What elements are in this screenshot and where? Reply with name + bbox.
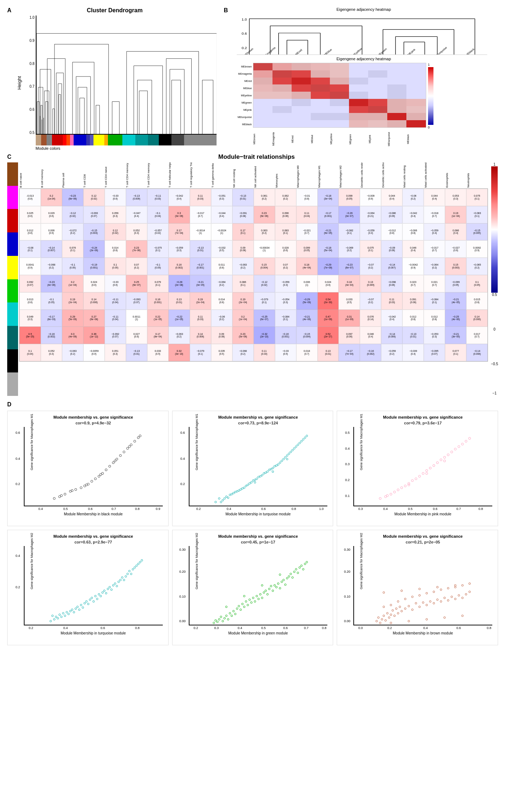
svg-point-352 [401, 610, 403, 612]
svg-point-179 [279, 462, 281, 464]
heatmap-cell: −0.099(0.05) [445, 275, 466, 292]
svg-point-286 [222, 620, 223, 622]
heatmap-cell: −0.086(0.09) [381, 206, 402, 223]
svg-point-145 [128, 446, 130, 448]
heatmap-cell: 0.006(0.9) [41, 223, 62, 241]
svg-point-374 [397, 601, 399, 602]
svg-point-304 [254, 601, 256, 602]
main-container: A Cluster Dendrogram Height 1.0 [0, 0, 506, 652]
svg-point-247 [82, 607, 84, 608]
heatmap-cell: −0.09(0.08) [381, 240, 402, 258]
heatmap-cell: 0.099(0.05) [339, 189, 360, 206]
heatmap-cell: 0.2(1e−04) [62, 275, 83, 292]
svg-point-231 [53, 619, 55, 620]
heatmap-cell: 0.47(1e−09) [318, 310, 339, 327]
svg-point-222 [462, 443, 464, 445]
svg-point-288 [225, 615, 227, 617]
row-color-teal [7, 326, 18, 349]
heatmap-cell: 0.076(0.14) [360, 310, 381, 327]
heatmap-cell: 0.11(0.03) [381, 292, 402, 310]
svg-point-154 [234, 491, 236, 493]
svg-point-318 [279, 588, 281, 589]
heatmap-cell: −0.14(0.008) [466, 344, 488, 361]
svg-point-173 [268, 469, 270, 471]
heatmap-cell: 0.099(0.05) [296, 240, 318, 258]
heatmap-cell: −0.056(0.3) [275, 275, 296, 292]
svg-point-246 [80, 604, 82, 606]
heatmap-cell: −0.027(0.6) [445, 240, 466, 258]
heatmap-cell: −0.065(0.2) [466, 258, 488, 275]
svg-point-389 [462, 615, 463, 617]
heatmap-cell: 0.035(0.5) [211, 344, 232, 361]
heatmap-cell: 0.13(0.01) [169, 292, 190, 310]
heatmap-cell: −0.12(0.02) [254, 275, 275, 292]
svg-point-175 [272, 467, 274, 469]
svg-point-387 [426, 619, 428, 620]
scatter-2: Module membership vs. gene significance … [172, 411, 333, 526]
heatmap-cell: −0.11(0.04) [105, 292, 126, 310]
heatmap-cell: −0.18(5e−04) [318, 240, 339, 258]
svg-point-122 [80, 487, 82, 489]
svg-point-285 [220, 616, 222, 618]
svg-point-330 [300, 565, 302, 567]
heatmap-cell: −0.032(0.5) [211, 240, 232, 258]
svg-point-206 [404, 485, 406, 487]
svg-point-302 [250, 602, 252, 603]
svg-point-289 [227, 619, 229, 620]
heatmap-cell: 0.5(5e−25) [19, 327, 41, 344]
heatmap-cell: −0.068(0.2) [232, 344, 254, 361]
row-color-grey [7, 372, 18, 396]
svg-point-331 [302, 568, 304, 570]
svg-point-146 [215, 501, 217, 503]
svg-point-205 [401, 487, 403, 489]
heatmap-cell: −0.17(8e−03) [41, 310, 62, 327]
svg-point-251 [89, 599, 91, 601]
svg-point-248 [84, 602, 86, 604]
heatmap-cell: 0.027(0.6) [126, 327, 147, 344]
heatmap-cell: 0.061(0.2) [254, 189, 275, 206]
heatmap-cell: −0.054(0.3) [275, 292, 296, 310]
heatmap-cell: −0.29(7e−09) [318, 258, 339, 275]
heatmap-cell: 0.044(0.4) [424, 189, 445, 206]
heatmap-cell: −0.14(0.007) [41, 240, 62, 258]
heatmap-cell: 0.075(0.1) [466, 189, 488, 206]
module-trait-title: Module−trait relationships [15, 153, 498, 161]
heatmap-cell: −0.069(0.2) [339, 240, 360, 258]
svg-point-192 [302, 439, 304, 441]
svg-point-342 [383, 615, 385, 617]
svg-point-182 [284, 457, 286, 458]
svg-point-258 [102, 592, 104, 594]
svg-text:MEblue: MEblue [323, 48, 332, 54]
svg-point-215 [436, 462, 439, 464]
svg-point-328 [297, 572, 299, 574]
svg-point-294 [236, 608, 238, 610]
svg-point-204 [397, 489, 399, 491]
svg-point-324 [290, 573, 292, 575]
svg-point-195 [220, 501, 222, 503]
svg-point-208 [411, 480, 414, 482]
heatmap-cell: 0.011(0.8) [211, 258, 232, 275]
svg-point-354 [408, 605, 410, 607]
svg-point-388 [444, 617, 446, 619]
dendrogram-title: Cluster Dendrogram [13, 7, 217, 14]
heatmap-cell: 0.056(0.3) [105, 206, 126, 223]
svg-point-236 [62, 612, 64, 614]
heatmap-cell: 0.23(5e−06) [232, 327, 254, 344]
heatmap-cell: −0.093(0.07) [83, 206, 105, 223]
heatmap-cell: 0.19(2e−04) [62, 292, 83, 310]
svg-point-158 [241, 488, 243, 489]
heatmap-cell: 0.063(0.2) [254, 223, 275, 241]
row-color-magenta [7, 186, 18, 209]
heatmap-cell: 0.17(8e−04) [147, 327, 169, 344]
heatmap-cell: −0.092(0.07) [105, 327, 126, 344]
svg-point-345 [388, 617, 390, 619]
panel-b-label: B [224, 7, 228, 14]
heatmap-cell: −0.063(0.2) [62, 344, 83, 361]
heatmap-cell: 0.046(0.4) [360, 327, 381, 344]
svg-point-360 [429, 601, 431, 602]
svg-point-368 [458, 595, 460, 597]
heatmap-cell: −0.01(0.8) [296, 189, 318, 206]
heatmap-cell: −0.064(0.2) [424, 258, 445, 275]
heatmap-cell: 0.19(2e−04) [190, 292, 211, 310]
heatmap-cell: 0.54(2e−30) [318, 292, 339, 310]
